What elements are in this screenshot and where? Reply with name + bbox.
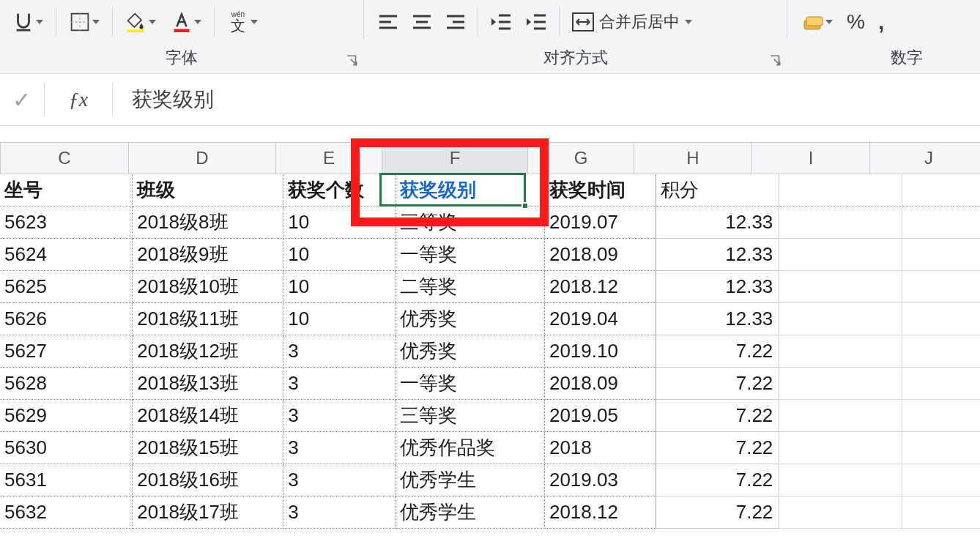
cell[interactable]: 10 <box>283 303 396 335</box>
cell[interactable] <box>779 303 902 335</box>
cell[interactable]: 5632 <box>0 496 133 529</box>
cell[interactable]: 5629 <box>0 400 133 432</box>
cell[interactable]: 三等奖 <box>396 207 545 239</box>
cell[interactable]: 二等奖 <box>396 271 545 303</box>
cell[interactable]: 5627 <box>0 335 133 368</box>
cell[interactable]: 5628 <box>0 368 133 400</box>
phonetic-guide-button[interactable]: wén 文 <box>225 10 260 34</box>
cell[interactable]: 2018级13班 <box>133 368 283 400</box>
cell[interactable]: 3 <box>283 464 396 496</box>
cell[interactable]: 7.22 <box>656 368 779 400</box>
cell[interactable] <box>902 207 980 239</box>
cell-header[interactable]: 积分 <box>656 174 779 207</box>
col-header-G[interactable]: G <box>528 143 634 174</box>
dropdown-icon[interactable] <box>250 12 259 32</box>
confirm-button[interactable]: ✓ <box>3 87 40 113</box>
cell[interactable] <box>902 464 980 496</box>
cell[interactable]: 2019.07 <box>545 207 657 239</box>
cell[interactable] <box>779 464 902 496</box>
cell[interactable] <box>902 432 980 464</box>
cell-header[interactable]: 获奖个数 <box>283 174 396 207</box>
cell-header[interactable]: 坐号 <box>0 174 133 207</box>
col-header-C[interactable]: C <box>0 143 129 174</box>
cell[interactable]: 2018级14班 <box>133 400 283 432</box>
cell[interactable] <box>779 271 902 303</box>
cell[interactable]: 7.22 <box>656 496 779 529</box>
cell[interactable]: 2018级9班 <box>133 239 283 271</box>
active-cell-handle[interactable] <box>521 202 529 209</box>
col-header-E[interactable]: E <box>276 143 382 174</box>
cell[interactable]: 7.22 <box>656 335 779 368</box>
borders-button[interactable] <box>67 10 102 34</box>
cell[interactable]: 优秀奖 <box>396 335 545 368</box>
cell[interactable]: 10 <box>283 271 396 303</box>
cell[interactable]: 10 <box>283 239 396 271</box>
cell[interactable]: 5623 <box>0 207 133 239</box>
dropdown-icon[interactable] <box>92 12 100 32</box>
decrease-indent-button[interactable] <box>489 13 513 31</box>
cell[interactable]: 10 <box>283 207 396 239</box>
cell-empty[interactable] <box>779 174 902 207</box>
cell[interactable]: 一等奖 <box>396 239 545 271</box>
cell[interactable]: 2018级12班 <box>133 335 283 368</box>
cell[interactable]: 7.22 <box>656 464 779 496</box>
cell[interactable]: 3 <box>283 368 396 400</box>
cell[interactable] <box>902 368 980 400</box>
cell-header[interactable]: 班级 <box>133 174 283 207</box>
col-header-F[interactable]: F <box>382 143 528 174</box>
cell[interactable] <box>902 335 980 368</box>
cell[interactable] <box>902 271 980 303</box>
cell[interactable]: 2018.09 <box>545 368 657 400</box>
increase-indent-button[interactable] <box>524 13 549 31</box>
cell[interactable]: 优秀学生 <box>396 464 545 496</box>
cell[interactable]: 12.33 <box>656 271 779 303</box>
cell[interactable]: 5630 <box>0 432 133 464</box>
cell[interactable]: 2018级8班 <box>133 207 283 239</box>
cell[interactable] <box>902 303 980 335</box>
cell[interactable] <box>779 432 902 464</box>
align-center-button[interactable] <box>410 14 434 30</box>
cell[interactable]: 2019.04 <box>545 303 657 335</box>
dropdown-icon[interactable] <box>825 12 834 32</box>
cell[interactable]: 5624 <box>0 239 133 271</box>
cell[interactable]: 5631 <box>0 464 133 496</box>
cell[interactable] <box>902 400 980 432</box>
cell[interactable]: 2018 <box>545 432 657 464</box>
cell-header[interactable]: 获奖时间 <box>545 174 657 207</box>
cell[interactable] <box>779 368 902 400</box>
dropdown-icon[interactable] <box>684 12 693 32</box>
cell[interactable]: 3 <box>283 400 396 432</box>
cell-empty[interactable] <box>902 174 980 207</box>
col-header-H[interactable]: H <box>634 143 752 174</box>
cell[interactable]: 12.33 <box>656 303 779 335</box>
cell[interactable] <box>779 496 902 529</box>
cell[interactable]: 2018级16班 <box>133 464 283 496</box>
underline-button[interactable] <box>10 10 45 34</box>
cell[interactable] <box>779 207 902 239</box>
cell[interactable]: 2018.09 <box>545 239 657 271</box>
percent-button[interactable]: % <box>845 10 866 34</box>
cell[interactable] <box>902 496 980 529</box>
cell[interactable]: 2018级11班 <box>133 303 283 335</box>
cell[interactable]: 三等奖 <box>396 400 545 432</box>
spreadsheet-grid[interactable]: C D E F G H I J 坐号 班级 获奖个数 获奖级别 获奖时间 积分 … <box>0 142 980 529</box>
cell[interactable]: 3 <box>283 432 396 464</box>
cell[interactable]: 2018级10班 <box>133 271 283 303</box>
dropdown-icon[interactable] <box>193 12 202 32</box>
cell[interactable]: 优秀学生 <box>396 496 545 529</box>
align-left-button[interactable] <box>376 14 400 30</box>
cell[interactable]: 2018.12 <box>545 271 657 303</box>
cell[interactable]: 一等奖 <box>396 368 545 400</box>
cell[interactable]: 优秀奖 <box>396 303 545 335</box>
cell[interactable]: 优秀作品奖 <box>396 432 545 464</box>
insert-function-button[interactable]: ƒx <box>49 88 108 111</box>
comma-style-button[interactable]: , <box>877 10 886 34</box>
cell[interactable]: 7.22 <box>656 400 779 432</box>
cell[interactable] <box>779 335 902 368</box>
cell[interactable]: 12.33 <box>656 239 779 271</box>
col-header-I[interactable]: I <box>752 143 870 174</box>
cell[interactable]: 2019.10 <box>545 335 657 368</box>
cell[interactable]: 2018级17班 <box>133 496 283 529</box>
cell[interactable]: 2018.12 <box>545 496 657 529</box>
dialog-launcher-icon[interactable] <box>769 54 782 67</box>
